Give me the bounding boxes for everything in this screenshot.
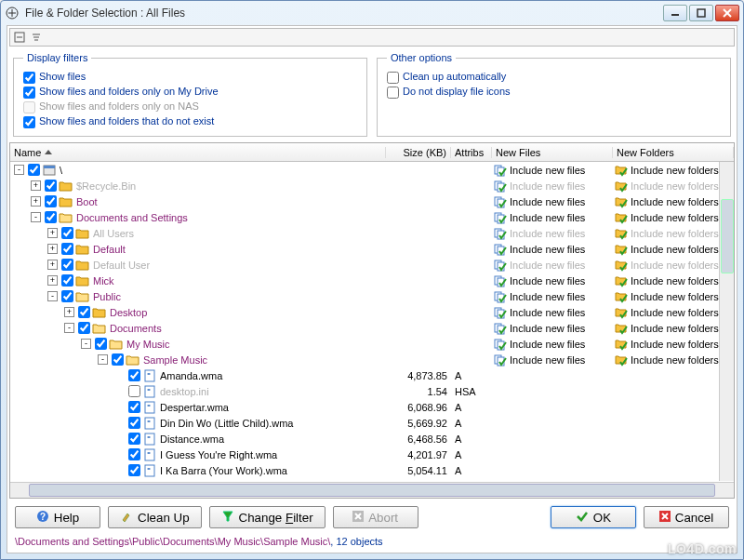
tree-row[interactable]: +DesktopInclude new filesInclude new fol… [10,304,734,320]
newfiles-cell[interactable]: Include new files [492,274,613,287]
select-checkbox[interactable] [45,180,57,192]
col-size[interactable]: Size (KB) [386,147,451,158]
tree-row[interactable]: I Ka Barra (Your Work).wma5,054.11A [10,462,734,478]
tree-row[interactable]: +BootInclude new filesInclude new folder… [10,193,734,209]
select-checkbox[interactable] [128,401,140,413]
newfolders-cell[interactable]: Include new folders [613,243,734,256]
tree-row[interactable]: -My MusicInclude new filesInclude new fo… [10,336,734,352]
show-notexist-checkbox[interactable]: Show files and folders that do not exist [23,113,357,128]
tree-row[interactable]: -Documents and SettingsInclude new files… [10,209,734,225]
select-checkbox[interactable] [128,417,140,429]
newfolders-cell[interactable]: Include new folders [613,306,734,319]
select-checkbox[interactable] [95,338,107,350]
titlebar[interactable]: File & Folder Selection : All Files [1,1,743,25]
tree-row[interactable]: I Guess You're Right.wma4,201.97A [10,447,734,462]
cancel-button[interactable]: Cancel [644,506,729,528]
cleanup-auto-checkbox[interactable]: Clean up automatically [387,69,721,84]
expander-icon[interactable]: + [64,307,74,317]
select-checkbox[interactable] [45,211,57,223]
select-checkbox[interactable] [112,353,124,366]
select-checkbox[interactable] [128,464,140,476]
tree-row[interactable]: -\Include new filesInclude new folders [10,162,734,178]
select-checkbox[interactable] [61,274,73,287]
newfolders-cell[interactable]: Include new folders [613,322,734,335]
show-files-checkbox[interactable]: Show files [23,69,357,84]
help-button[interactable]: ?Help [15,506,100,528]
expander-icon[interactable]: + [47,228,58,238]
tree-row[interactable]: +DefaultInclude new filesInclude new fol… [10,241,734,257]
newfolders-cell[interactable]: Include new folders [613,211,734,224]
minimize-button[interactable] [663,5,687,21]
tree-row[interactable]: -Sample MusicInclude new filesInclude ne… [10,352,734,367]
tree-row[interactable]: +Default UserInclude new filesInclude ne… [10,257,734,273]
newfolders-cell[interactable]: Include new folders [613,274,734,287]
ok-button[interactable]: OK [551,506,636,528]
scrollbar-vertical[interactable] [719,162,734,481]
tree-row[interactable]: -PublicInclude new filesInclude new fold… [10,288,734,304]
select-checkbox[interactable] [78,322,90,334]
select-checkbox[interactable] [128,433,140,445]
col-newfolders[interactable]: New Folders [613,147,734,158]
col-attribs[interactable]: Attribs [451,147,492,158]
newfiles-cell[interactable]: Include new files [492,211,613,224]
newfolders-cell[interactable]: Include new folders [613,164,734,177]
newfiles-cell[interactable]: Include new files [492,180,613,193]
scrollbar-hthumb[interactable] [29,484,715,497]
tree-row[interactable]: +$Recycle.BinInclude new filesInclude ne… [10,178,734,193]
select-checkbox[interactable] [61,290,73,302]
newfolders-cell[interactable]: Include new folders [613,195,734,208]
select-checkbox[interactable] [128,448,140,460]
collapse-all-icon[interactable] [14,32,25,43]
select-checkbox[interactable] [45,195,57,207]
expander-icon[interactable]: - [98,354,108,365]
col-newfiles[interactable]: New Files [492,147,613,158]
select-checkbox[interactable] [128,385,140,397]
newfiles-cell[interactable]: Include new files [492,290,613,303]
select-checkbox[interactable] [61,243,73,255]
tree-row[interactable]: Din Din Wo (Little Child).wma5,669.92A [10,415,734,431]
expander-icon[interactable]: - [14,165,24,175]
newfolders-cell[interactable]: Include new folders [613,290,734,303]
tree-body[interactable]: -\Include new filesInclude new folders+$… [10,162,734,482]
select-checkbox[interactable] [78,306,90,318]
close-button[interactable] [715,5,739,21]
cleanup-button[interactable]: Clean Up [108,506,202,528]
newfiles-cell[interactable]: Include new files [492,306,613,319]
newfiles-cell[interactable]: Include new files [492,259,613,272]
newfolders-cell[interactable]: Include new folders [613,353,734,367]
select-checkbox[interactable] [61,227,73,239]
expander-icon[interactable]: - [64,323,74,333]
newfiles-cell[interactable]: Include new files [492,227,613,240]
expander-icon[interactable]: + [47,275,58,286]
tree-row[interactable]: +All UsersInclude new filesInclude new f… [10,225,734,241]
newfiles-cell[interactable]: Include new files [492,243,613,256]
select-checkbox[interactable] [61,259,73,271]
change-filter-button[interactable]: Change Filter [209,506,326,528]
select-checkbox[interactable] [128,369,140,381]
newfiles-cell[interactable]: Include new files [492,338,613,351]
tree-row[interactable]: Distance.wma6,468.56A [10,431,734,447]
scrollbar-horizontal[interactable] [10,482,734,498]
tree-row[interactable]: desktop.ini1.54HSA [10,383,734,399]
expander-icon[interactable]: + [47,244,58,254]
filter-toggle-icon[interactable] [31,32,42,43]
newfiles-cell[interactable]: Include new files [492,322,613,335]
expander-icon[interactable]: - [81,339,91,349]
col-name[interactable]: Name [10,147,386,158]
expander-icon[interactable]: + [31,196,41,207]
newfiles-cell[interactable]: Include new files [492,164,613,177]
select-checkbox[interactable] [28,164,40,176]
newfolders-cell[interactable]: Include new folders [613,180,734,193]
tree-row[interactable]: -DocumentsInclude new filesInclude new f… [10,320,734,336]
expander-icon[interactable]: + [31,180,41,191]
expander-icon[interactable]: - [31,212,41,222]
maximize-button[interactable] [689,5,713,21]
newfolders-cell[interactable]: Include new folders [613,259,734,272]
expander-icon[interactable]: + [47,260,58,270]
tree-row[interactable]: Amanda.wma4,873.85A [10,367,734,383]
newfolders-cell[interactable]: Include new folders [613,227,734,240]
newfolders-cell[interactable]: Include new folders [613,338,734,351]
show-mydrive-checkbox[interactable]: Show files and folders only on My Drive [23,84,357,99]
scrollbar-thumb[interactable] [721,199,734,273]
newfiles-cell[interactable]: Include new files [492,195,613,208]
